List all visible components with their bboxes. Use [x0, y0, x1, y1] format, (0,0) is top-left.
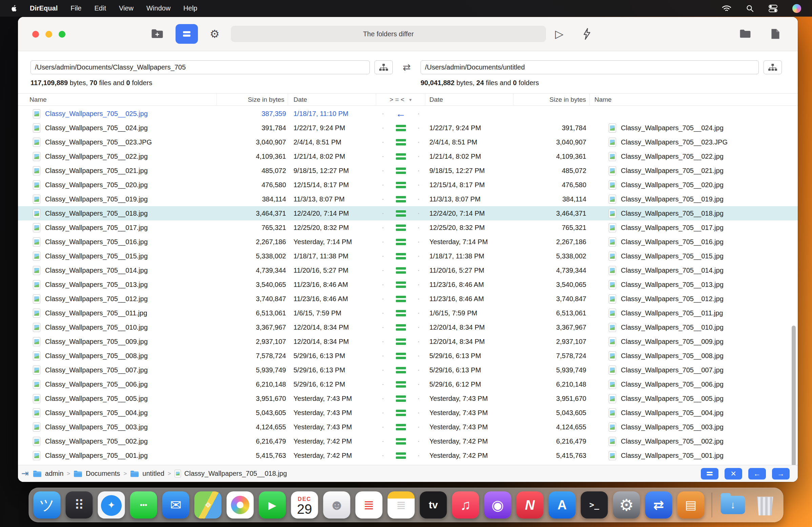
- dock-finder-icon[interactable]: ツ: [33, 492, 61, 518]
- header-left-date[interactable]: Date: [288, 94, 376, 105]
- table-row[interactable]: Classy_Wallpapers_705__021.jpg 485,072 9…: [18, 163, 798, 178]
- table-row[interactable]: Classy_Wallpapers_705__022.jpg 4,109,361…: [18, 149, 798, 163]
- search-icon[interactable]: [746, 5, 754, 12]
- equal-icon: [396, 266, 406, 275]
- table-row[interactable]: Classy_Wallpapers_705__015.jpg 5,338,002…: [18, 249, 798, 263]
- dock-apple-tv-icon[interactable]: tv: [420, 492, 447, 518]
- close-button[interactable]: [32, 31, 39, 38]
- header-right-date[interactable]: Date: [425, 94, 513, 105]
- dock-terminal-icon[interactable]: >_: [581, 492, 608, 518]
- settings-gear-button[interactable]: ⚙: [210, 27, 220, 40]
- header-left-name[interactable]: Name: [18, 94, 217, 105]
- dock-news-icon[interactable]: N: [517, 492, 543, 518]
- reveal-folder-button[interactable]: [739, 29, 751, 39]
- menu-edit[interactable]: Edit: [94, 4, 106, 12]
- header-right-name[interactable]: Name: [590, 94, 798, 105]
- siri-icon[interactable]: [792, 4, 801, 13]
- table-row[interactable]: Classy_Wallpapers_705__016.jpg 2,267,186…: [18, 235, 798, 249]
- dock-trash-icon[interactable]: [752, 492, 779, 518]
- table-row[interactable]: Classy_Wallpapers_705__012.jpg 3,740,847…: [18, 291, 798, 306]
- table-row[interactable]: Classy_Wallpapers_705__002.jpg 6,216,479…: [18, 434, 798, 448]
- dock-calendar-icon[interactable]: DEC29: [291, 492, 318, 518]
- new-comparison-folder-button[interactable]: [151, 29, 164, 39]
- control-center-icon[interactable]: [769, 5, 778, 12]
- header-left-size[interactable]: Size in bytes: [217, 94, 288, 105]
- right-path-input[interactable]: [421, 60, 759, 74]
- dock-text-editor-icon[interactable]: ▤: [678, 492, 705, 518]
- quick-sync-button[interactable]: [583, 28, 591, 40]
- dock-notes-icon[interactable]: ≣: [388, 492, 415, 518]
- dock-system-settings-icon[interactable]: ⚙: [613, 492, 640, 518]
- header-compare[interactable]: > = < ▾: [376, 94, 425, 105]
- dock-podcasts-icon[interactable]: ◉: [484, 492, 511, 518]
- menu-app-name[interactable]: DirEqual: [30, 4, 58, 12]
- report-document-button[interactable]: [771, 28, 780, 39]
- apple-menu-icon[interactable]: [11, 5, 17, 12]
- dock-safari-icon[interactable]: ✦: [98, 492, 125, 518]
- vertical-scrollbar[interactable]: [792, 326, 796, 466]
- left-file-name: Classy_Wallpapers_705__018.jpg: [45, 210, 148, 217]
- dock-app-store-icon[interactable]: A: [549, 492, 576, 518]
- table-row[interactable]: Classy_Wallpapers_705__014.jpg 4,739,344…: [18, 263, 798, 277]
- wifi-icon[interactable]: [722, 5, 731, 12]
- right-browse-tree-button[interactable]: [764, 60, 782, 74]
- menu-help[interactable]: Help: [183, 4, 197, 12]
- swap-sides-button[interactable]: ⇄: [396, 60, 417, 74]
- table-row[interactable]: Classy_Wallpapers_705__011.jpg 6,513,061…: [18, 306, 798, 320]
- breadcrumb-item[interactable]: Classy_Wallpapers_705__018.jpg: [175, 470, 287, 478]
- table-row[interactable]: Classy_Wallpapers_705__006.jpg 6,210,148…: [18, 377, 798, 391]
- table-row[interactable]: Classy_Wallpapers_705__001.jpg 5,415,763…: [18, 448, 798, 462]
- header-right-size[interactable]: Size in bytes: [513, 94, 590, 105]
- table-row[interactable]: Classy_Wallpapers_705__009.jpg 2,937,107…: [18, 334, 798, 348]
- breadcrumb-item[interactable]: Documents: [74, 470, 120, 478]
- table-header: Name Size in bytes Date > = < ▾ Date Siz…: [18, 93, 798, 106]
- dock-launchpad-icon[interactable]: ⠿: [66, 492, 93, 518]
- breadcrumb-item[interactable]: untitled: [130, 470, 164, 478]
- table-row[interactable]: Classy_Wallpapers_705__005.jpg 3,951,670…: [18, 391, 798, 405]
- table-row[interactable]: Classy_Wallpapers_705__018.jpg 3,464,371…: [18, 206, 798, 220]
- dock-messages-icon[interactable]: •••: [130, 492, 157, 518]
- table-row[interactable]: Classy_Wallpapers_705__025.jpg 387,359 1…: [18, 106, 798, 121]
- right-file-date: 12/25/20, 8:32 PM: [430, 224, 484, 232]
- dock-photos-icon[interactable]: [227, 492, 254, 518]
- breadcrumb-item[interactable]: admin: [33, 470, 63, 478]
- compare-view-toggle-button[interactable]: [176, 24, 198, 44]
- table-row[interactable]: Classy_Wallpapers_705__008.jpg 7,578,724…: [18, 348, 798, 363]
- left-browse-tree-button[interactable]: [375, 60, 393, 74]
- dock-facetime-icon[interactable]: ▶: [259, 492, 286, 518]
- goto-selection-icon[interactable]: ⇥: [21, 468, 29, 479]
- menu-view[interactable]: View: [119, 4, 133, 12]
- table-row[interactable]: Classy_Wallpapers_705__010.jpg 3,367,967…: [18, 320, 798, 334]
- table-row[interactable]: Classy_Wallpapers_705__020.jpg 476,580 1…: [18, 178, 798, 192]
- dock-music-icon[interactable]: ♫: [452, 492, 479, 518]
- copy-left-button[interactable]: ←: [748, 468, 766, 480]
- right-file-date: 1/18/17, 11:38 PM: [430, 252, 484, 260]
- menu-window[interactable]: Window: [146, 4, 171, 12]
- minimize-button[interactable]: [45, 31, 52, 38]
- table-row[interactable]: Classy_Wallpapers_705__024.jpg 391,784 1…: [18, 121, 798, 135]
- table-row[interactable]: Classy_Wallpapers_705__019.jpg 384,114 1…: [18, 192, 798, 206]
- copy-right-button[interactable]: →: [772, 468, 789, 480]
- table-row[interactable]: Classy_Wallpapers_705__003.jpg 4,124,655…: [18, 420, 798, 434]
- run-comparison-button[interactable]: ▷: [555, 27, 564, 40]
- dock-reminders-icon[interactable]: ≣: [356, 492, 382, 518]
- dock-downloads-icon[interactable]: ↓: [720, 492, 746, 518]
- table-row[interactable]: Classy_Wallpapers_705__004.jpg 5,043,605…: [18, 405, 798, 420]
- table-row[interactable]: Classy_Wallpapers_705__007.jpg 5,939,749…: [18, 363, 798, 377]
- dot-right: ·: [418, 209, 420, 218]
- equal-icon: [396, 280, 406, 290]
- show-different-filter-button[interactable]: ✕: [725, 468, 742, 480]
- zoom-button[interactable]: [59, 31, 66, 38]
- show-equal-filter-button[interactable]: [701, 468, 719, 480]
- dock-mail-icon[interactable]: ✉: [162, 492, 189, 518]
- dock-contacts-icon[interactable]: ☻: [323, 492, 350, 518]
- left-file-size: 476,580: [262, 181, 286, 189]
- menu-file[interactable]: File: [71, 4, 81, 12]
- right-file-name: Classy_Wallpapers_705__005.jpg: [621, 395, 724, 402]
- table-row[interactable]: Classy_Wallpapers_705__023.JPG 3,040,907…: [18, 135, 798, 149]
- dock-direqual-icon[interactable]: ⇄: [645, 492, 672, 518]
- left-path-input[interactable]: [30, 60, 370, 74]
- dock-maps-icon[interactable]: ⌖: [194, 492, 222, 518]
- table-row[interactable]: Classy_Wallpapers_705__013.jpg 3,540,065…: [18, 277, 798, 291]
- table-row[interactable]: Classy_Wallpapers_705__017.jpg 765,321 1…: [18, 220, 798, 235]
